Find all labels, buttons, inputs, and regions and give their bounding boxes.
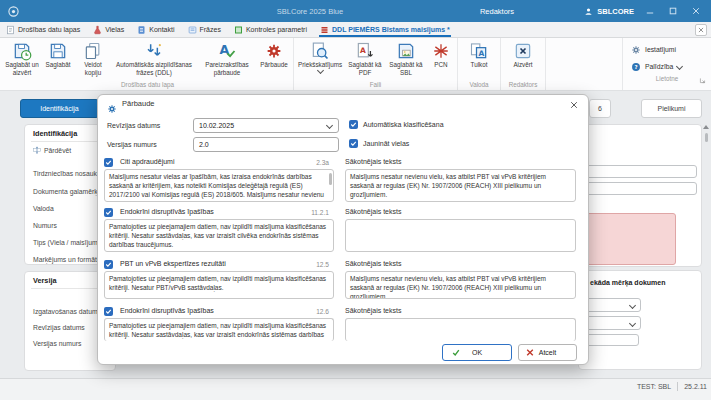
ribbon-group-sds: Saglabāt un aizvērt Saglabāt Veidot kopi… (2, 38, 294, 90)
check-gear-icon (265, 41, 283, 61)
flask-icon (93, 25, 102, 35)
save-as-pdf-button[interactable]: A Saglabāt kā PDF (345, 39, 385, 77)
text-field[interactable] (583, 334, 639, 346)
pdf-icon: A (355, 41, 375, 61)
close-window-button[interactable] (689, 4, 703, 18)
ok-button[interactable]: OK (442, 344, 512, 361)
auto-classification-label: Automātiska klasificēšana (363, 121, 444, 128)
pcn-button[interactable]: PCN (427, 39, 455, 69)
auto-classification-checkbox[interactable] (349, 120, 358, 129)
revision-date-combobox[interactable]: 10.02.2025 (193, 118, 339, 133)
minimize-icon (646, 7, 654, 15)
scrollbar-thumb[interactable] (705, 133, 708, 142)
section-code: 11.2.1 (289, 209, 329, 216)
close-icon (698, 27, 704, 33)
section-checkbox[interactable] (104, 208, 113, 217)
original-textarea[interactable]: Maisījums nesatur nevienu vielu, kas atb… (345, 271, 576, 299)
section-tab-partial[interactable]: 6 (589, 99, 611, 118)
field-label: Dokumenta galamērķi (33, 188, 99, 195)
section-checkbox[interactable] (104, 158, 113, 167)
app-title: SBLCore 2025 Blue (230, 7, 390, 16)
original-text-label: Sākotnējais teksts (345, 208, 401, 215)
save-as-sbl-button[interactable]: Saglabāt kā SBL (386, 39, 426, 77)
section-textarea[interactable]: Pamatojoties uz pieejamajiem datiem, nav… (104, 318, 334, 341)
original-textarea[interactable] (345, 318, 576, 341)
section-title: Endokrīni disruptīvās īpašības (120, 307, 214, 314)
field-label: Marķējums un formāts (33, 256, 100, 263)
tab-phrases[interactable]: Frāzes (187, 22, 222, 37)
tab-safety-data-sheets[interactable]: Drošības datu lapas (5, 22, 81, 37)
preview-button[interactable]: Priekšskatījums (296, 39, 344, 73)
update-substances-checkbox[interactable] (349, 139, 358, 148)
ribbon-group-label: Valoda (460, 80, 498, 90)
create-copy-button[interactable]: Veidot kopiju (76, 39, 110, 77)
tab-active-document[interactable]: DDL PIEMĒRS Bīstams maisījums * (319, 22, 451, 37)
mixture-document-icon (320, 25, 329, 35)
original-text-label: Sākotnējais teksts (345, 158, 401, 165)
account-button[interactable]: SBLCORE (584, 7, 634, 16)
cancel-button[interactable]: Atcelt (518, 344, 577, 361)
version-number-input[interactable]: 2.0 (193, 137, 339, 152)
svg-text:?: ? (635, 63, 638, 69)
section-title: Citi apdraudējumi (120, 158, 174, 165)
field-label: Revīzijas datums (33, 324, 85, 331)
tab-control-parameters[interactable]: Kontroles parametri (233, 22, 308, 37)
environment-label: TEST: SBL (637, 383, 671, 390)
validation-error-field[interactable] (585, 213, 676, 265)
field-label: Tips (Viela / maisījums (33, 239, 101, 246)
translate-button[interactable]: A Tulkot (460, 39, 498, 69)
user-icon (584, 7, 593, 16)
section-tab-attachments[interactable]: Pielikumi (641, 99, 702, 118)
ribbon-group-label: Lietotne (631, 74, 703, 84)
version-label: 25.2.11 (684, 383, 707, 390)
sds-document-icon (6, 25, 15, 35)
text-field[interactable] (585, 165, 697, 178)
translate-icon: A (469, 41, 489, 61)
right-panel-bottom: ekāda mērķa dokumen (578, 270, 702, 370)
original-textarea[interactable] (345, 219, 576, 252)
close-editor-button[interactable]: Aizvērt (503, 39, 543, 69)
phrases-icon (188, 25, 197, 35)
tab-substances[interactable]: Vielas (92, 22, 125, 37)
textarea-scrollbar-thumb[interactable] (329, 173, 332, 185)
help-button[interactable]: ? Palīdzība (631, 59, 703, 74)
check-icon (350, 121, 357, 128)
save-button[interactable]: Saglabāt (41, 39, 75, 69)
dropdown-field[interactable] (583, 316, 641, 330)
dialog-close-button[interactable] (568, 99, 580, 111)
section-textarea[interactable]: Pamatojoties uz pieejamajiem datiem, nav… (104, 271, 334, 299)
original-text-label: Sākotnējais teksts (345, 260, 401, 267)
autofill-phrases-button[interactable]: Automātiskās aizpildīšanas frāzes (DDL) (111, 39, 197, 77)
contacts-icon (137, 25, 146, 35)
tab-contacts[interactable]: Kontakti (136, 22, 175, 37)
section-checkbox[interactable] (104, 307, 113, 316)
save-and-close-button[interactable]: Saglabāt un aizvērt (4, 39, 40, 77)
dialog-title: Pārbaude (122, 99, 155, 108)
dropdown-field[interactable] (583, 298, 641, 312)
check-icon (350, 140, 357, 147)
ribbon: Saglabāt un aizvērt Saglabāt Veidot kopi… (0, 38, 711, 91)
section-textarea[interactable]: Pamatojoties uz pieejamajiem datiem, nav… (104, 219, 334, 252)
section-textarea[interactable]: Maisījums nesatur vielas ar īpašībām, ka… (104, 169, 334, 202)
close-document-button[interactable] (695, 24, 707, 36)
minimize-button[interactable] (643, 4, 657, 18)
scrollbar-up-icon[interactable] (703, 125, 709, 129)
section-code: 12.6 (289, 308, 329, 315)
section-checkbox[interactable] (104, 260, 113, 269)
original-textarea[interactable]: Maisījums nesatur nevienu vielu, kas atb… (345, 169, 576, 202)
settings-button[interactable]: Iestatījumi (631, 42, 703, 57)
check-button[interactable]: Pārbaude (257, 39, 291, 69)
rename-button[interactable]: Pārdēvēt (33, 146, 71, 154)
section-tab-identification[interactable]: Identifikācija (20, 99, 99, 118)
chevron-down-icon (326, 122, 333, 129)
ribbon-group-label: Faili (296, 80, 455, 90)
title-bar: SBLCore 2025 Blue Redaktors SBLCORE (0, 0, 711, 22)
original-text-label: Sākotnējais teksts (345, 307, 401, 314)
spellcheck-button[interactable]: A Pareizrakstības pārbaude (198, 39, 256, 77)
field-label: Numurs (33, 222, 57, 229)
maximize-button[interactable] (666, 4, 680, 18)
preview-icon (310, 41, 330, 61)
text-field[interactable] (585, 182, 697, 195)
dialog-launcher-icon[interactable] (699, 70, 706, 88)
field-label: Versijas numurs (33, 340, 81, 347)
